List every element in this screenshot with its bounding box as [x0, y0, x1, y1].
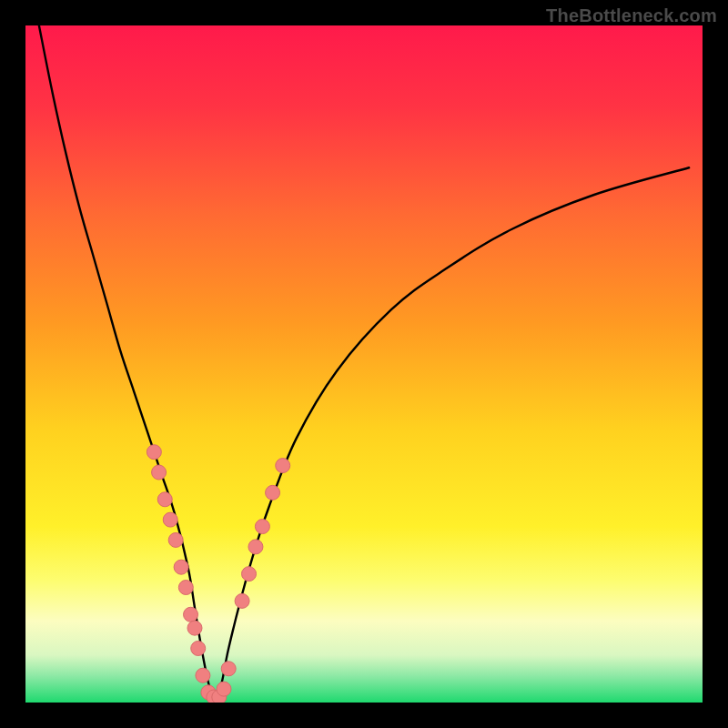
- data-marker: [152, 465, 167, 480]
- series-bottleneck-curve: [39, 25, 689, 703]
- data-marker: [266, 485, 280, 500]
- data-marker: [147, 445, 161, 460]
- data-marker: [168, 532, 183, 547]
- series-group: [39, 25, 689, 703]
- data-marker: [196, 668, 210, 682]
- data-marker: [276, 459, 290, 473]
- chart-stage: TheBottleneck.com: [0, 0, 728, 728]
- data-marker: [235, 593, 249, 608]
- chart-svg: [25, 25, 703, 703]
- data-marker: [191, 641, 206, 655]
- data-marker: [174, 560, 188, 574]
- markers-group: [147, 445, 289, 703]
- data-marker: [255, 520, 269, 534]
- data-marker: [184, 607, 198, 622]
- data-marker: [242, 567, 257, 581]
- plot-area: [25, 25, 703, 703]
- data-marker: [157, 492, 172, 507]
- data-marker: [178, 581, 193, 595]
- data-marker: [217, 682, 231, 696]
- watermark-text: TheBottleneck.com: [546, 5, 717, 26]
- data-marker: [221, 662, 236, 676]
- data-marker: [163, 512, 177, 527]
- data-marker: [248, 540, 263, 554]
- data-marker: [187, 621, 202, 635]
